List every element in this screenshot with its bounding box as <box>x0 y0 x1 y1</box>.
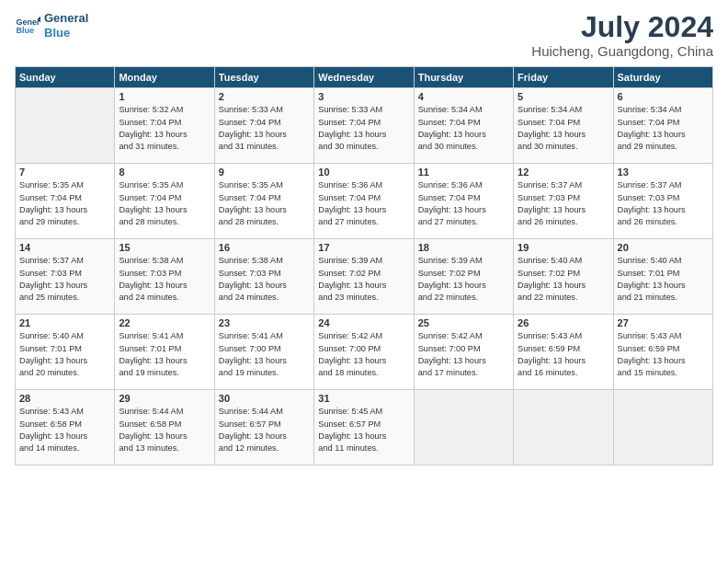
day-info: Sunrise: 5:34 AM Sunset: 7:04 PM Dayligh… <box>418 104 509 153</box>
day-number: 8 <box>119 167 210 178</box>
calendar-cell <box>414 390 513 465</box>
day-info: Sunrise: 5:43 AM Sunset: 6:59 PM Dayligh… <box>618 330 709 379</box>
logo-icon: General Blue <box>15 13 40 39</box>
page-subtitle: Huicheng, Guangdong, China <box>531 43 713 59</box>
day-number: 27 <box>618 317 709 328</box>
calendar-table: SundayMondayTuesdayWednesdayThursdayFrid… <box>15 66 713 465</box>
calendar-header: SundayMondayTuesdayWednesdayThursdayFrid… <box>16 67 713 88</box>
day-number: 18 <box>418 242 509 253</box>
calendar-cell: 30Sunrise: 5:44 AM Sunset: 6:57 PM Dayli… <box>214 390 313 465</box>
page-title: July 2024 <box>531 11 713 43</box>
title-area: July 2024 Huicheng, Guangdong, China <box>531 11 713 59</box>
day-info: Sunrise: 5:34 AM Sunset: 7:04 PM Dayligh… <box>518 104 609 153</box>
calendar-cell: 24Sunrise: 5:42 AM Sunset: 7:00 PM Dayli… <box>314 315 414 390</box>
day-number: 15 <box>119 242 210 253</box>
day-info: Sunrise: 5:41 AM Sunset: 7:00 PM Dayligh… <box>219 330 310 379</box>
day-number: 14 <box>19 242 110 253</box>
day-number: 7 <box>19 167 110 178</box>
day-info: Sunrise: 5:38 AM Sunset: 7:03 PM Dayligh… <box>219 255 310 304</box>
day-info: Sunrise: 5:41 AM Sunset: 7:01 PM Dayligh… <box>119 330 210 379</box>
header-day-saturday: Saturday <box>613 67 712 88</box>
day-info: Sunrise: 5:44 AM Sunset: 6:57 PM Dayligh… <box>219 406 310 454</box>
calendar-cell: 4Sunrise: 5:34 AM Sunset: 7:04 PM Daylig… <box>414 88 513 164</box>
calendar-cell: 31Sunrise: 5:45 AM Sunset: 6:57 PM Dayli… <box>314 390 414 465</box>
day-info: Sunrise: 5:44 AM Sunset: 6:58 PM Dayligh… <box>119 406 210 454</box>
calendar-week-4: 21Sunrise: 5:40 AM Sunset: 7:01 PM Dayli… <box>16 315 713 390</box>
calendar-week-5: 28Sunrise: 5:43 AM Sunset: 6:58 PM Dayli… <box>16 390 713 465</box>
day-number: 12 <box>518 167 609 178</box>
day-number: 26 <box>518 317 609 328</box>
day-number: 11 <box>418 167 509 178</box>
day-number: 17 <box>318 242 409 253</box>
day-info: Sunrise: 5:35 AM Sunset: 7:04 PM Dayligh… <box>119 179 210 228</box>
day-number: 16 <box>219 242 310 253</box>
calendar-cell: 19Sunrise: 5:40 AM Sunset: 7:02 PM Dayli… <box>514 239 613 315</box>
calendar-cell: 28Sunrise: 5:43 AM Sunset: 6:58 PM Dayli… <box>16 390 115 465</box>
calendar-week-2: 7Sunrise: 5:35 AM Sunset: 7:04 PM Daylig… <box>16 164 713 239</box>
day-info: Sunrise: 5:36 AM Sunset: 7:04 PM Dayligh… <box>418 179 509 228</box>
day-info: Sunrise: 5:38 AM Sunset: 7:03 PM Dayligh… <box>119 255 210 304</box>
calendar-cell: 16Sunrise: 5:38 AM Sunset: 7:03 PM Dayli… <box>214 239 313 315</box>
day-info: Sunrise: 5:37 AM Sunset: 7:03 PM Dayligh… <box>19 255 110 304</box>
day-number: 5 <box>518 91 609 102</box>
header-day-sunday: Sunday <box>16 67 115 88</box>
calendar-cell: 3Sunrise: 5:33 AM Sunset: 7:04 PM Daylig… <box>314 88 414 164</box>
header-day-wednesday: Wednesday <box>314 67 414 88</box>
header-day-thursday: Thursday <box>414 67 513 88</box>
calendar-cell: 1Sunrise: 5:32 AM Sunset: 7:04 PM Daylig… <box>115 88 214 164</box>
calendar-cell: 18Sunrise: 5:39 AM Sunset: 7:02 PM Dayli… <box>414 239 513 315</box>
logo: General Blue General Blue <box>15 11 88 40</box>
calendar-cell: 11Sunrise: 5:36 AM Sunset: 7:04 PM Dayli… <box>414 164 513 239</box>
day-number: 6 <box>618 91 709 102</box>
day-number: 23 <box>219 317 310 328</box>
logo-text-line1: General <box>44 11 88 26</box>
calendar-cell: 12Sunrise: 5:37 AM Sunset: 7:03 PM Dayli… <box>514 164 613 239</box>
calendar-cell: 14Sunrise: 5:37 AM Sunset: 7:03 PM Dayli… <box>16 239 115 315</box>
calendar-cell: 21Sunrise: 5:40 AM Sunset: 7:01 PM Dayli… <box>16 315 115 390</box>
day-number: 13 <box>618 167 709 178</box>
calendar-cell: 2Sunrise: 5:33 AM Sunset: 7:04 PM Daylig… <box>214 88 313 164</box>
logo-text-line2: Blue <box>44 26 88 40</box>
calendar-cell: 15Sunrise: 5:38 AM Sunset: 7:03 PM Dayli… <box>115 239 214 315</box>
day-info: Sunrise: 5:39 AM Sunset: 7:02 PM Dayligh… <box>318 255 409 304</box>
day-number: 21 <box>19 317 110 328</box>
calendar-cell: 22Sunrise: 5:41 AM Sunset: 7:01 PM Dayli… <box>115 315 214 390</box>
header-day-tuesday: Tuesday <box>214 67 313 88</box>
day-info: Sunrise: 5:45 AM Sunset: 6:57 PM Dayligh… <box>318 406 409 454</box>
header-day-friday: Friday <box>514 67 613 88</box>
calendar-cell: 20Sunrise: 5:40 AM Sunset: 7:01 PM Dayli… <box>613 239 712 315</box>
day-number: 19 <box>518 242 609 253</box>
day-info: Sunrise: 5:36 AM Sunset: 7:04 PM Dayligh… <box>318 179 409 228</box>
calendar-week-1: 1Sunrise: 5:32 AM Sunset: 7:04 PM Daylig… <box>16 88 713 164</box>
day-info: Sunrise: 5:43 AM Sunset: 6:59 PM Dayligh… <box>518 330 609 379</box>
day-number: 30 <box>219 393 310 404</box>
calendar-cell: 6Sunrise: 5:34 AM Sunset: 7:04 PM Daylig… <box>613 88 712 164</box>
day-number: 1 <box>119 91 210 102</box>
calendar-cell: 26Sunrise: 5:43 AM Sunset: 6:59 PM Dayli… <box>514 315 613 390</box>
calendar-cell: 8Sunrise: 5:35 AM Sunset: 7:04 PM Daylig… <box>115 164 214 239</box>
day-info: Sunrise: 5:39 AM Sunset: 7:02 PM Dayligh… <box>418 255 509 304</box>
day-info: Sunrise: 5:43 AM Sunset: 6:58 PM Dayligh… <box>19 406 110 454</box>
calendar-cell: 17Sunrise: 5:39 AM Sunset: 7:02 PM Dayli… <box>314 239 414 315</box>
day-info: Sunrise: 5:42 AM Sunset: 7:00 PM Dayligh… <box>418 330 509 379</box>
calendar-cell <box>514 390 613 465</box>
day-info: Sunrise: 5:35 AM Sunset: 7:04 PM Dayligh… <box>219 179 310 228</box>
day-number: 4 <box>418 91 509 102</box>
calendar-cell <box>16 88 115 164</box>
calendar-cell: 13Sunrise: 5:37 AM Sunset: 7:03 PM Dayli… <box>613 164 712 239</box>
day-info: Sunrise: 5:34 AM Sunset: 7:04 PM Dayligh… <box>618 104 709 153</box>
calendar-week-3: 14Sunrise: 5:37 AM Sunset: 7:03 PM Dayli… <box>16 239 713 315</box>
day-info: Sunrise: 5:33 AM Sunset: 7:04 PM Dayligh… <box>318 104 409 153</box>
calendar-cell: 25Sunrise: 5:42 AM Sunset: 7:00 PM Dayli… <box>414 315 513 390</box>
day-number: 3 <box>318 91 409 102</box>
day-number: 10 <box>318 167 409 178</box>
calendar-cell <box>613 390 712 465</box>
day-number: 24 <box>318 317 409 328</box>
day-info: Sunrise: 5:37 AM Sunset: 7:03 PM Dayligh… <box>518 179 609 228</box>
day-info: Sunrise: 5:37 AM Sunset: 7:03 PM Dayligh… <box>618 179 709 228</box>
day-info: Sunrise: 5:40 AM Sunset: 7:02 PM Dayligh… <box>518 255 609 304</box>
calendar-cell: 5Sunrise: 5:34 AM Sunset: 7:04 PM Daylig… <box>514 88 613 164</box>
day-number: 29 <box>119 393 210 404</box>
day-info: Sunrise: 5:33 AM Sunset: 7:04 PM Dayligh… <box>219 104 310 153</box>
header: General Blue General Blue July 2024 Huic… <box>15 11 713 59</box>
